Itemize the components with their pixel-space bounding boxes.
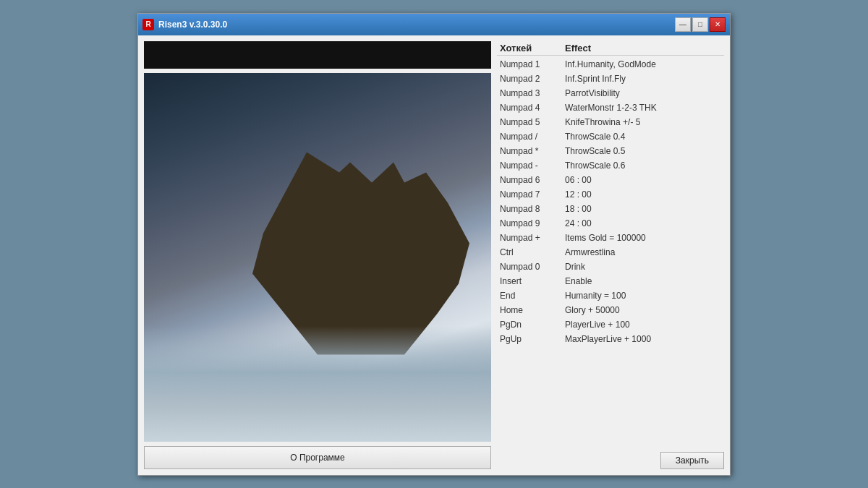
hotkey-key: Numpad 4 (500, 101, 565, 114)
table-header: Хоткей Effect (497, 41, 724, 56)
table-row: Numpad -ThrowScale 0.6 (497, 158, 724, 173)
image-panel: О Программе (144, 41, 491, 469)
window-body: О Программе Хоткей Effect Numpad 1Inf.Hu… (138, 35, 730, 475)
hotkey-effect: Armwrestlina (565, 246, 721, 259)
table-row: EndHumanity = 100 (497, 288, 724, 303)
table-row: Numpad 4WaterMonstr 1-2-3 THK (497, 100, 724, 115)
header-effect: Effect (565, 43, 721, 53)
window-title: Risen3 v.3.0.30.0 (158, 20, 671, 30)
table-row: HomeGlory + 50000 (497, 303, 724, 317)
hotkey-key: Numpad 0 (500, 260, 565, 273)
program-info-button[interactable]: О Программе (144, 446, 491, 469)
hotkey-table: Хоткей Effect Numpad 1Inf.Humanity, GodM… (497, 41, 724, 448)
hotkey-effect: WaterMonstr 1-2-3 THK (565, 101, 721, 114)
hotkey-key: Insert (500, 275, 565, 288)
hotkey-key: Ctrl (500, 246, 565, 259)
table-row: Numpad 3ParrotVisibility (497, 86, 724, 100)
game-screenshot (144, 73, 491, 442)
hotkey-effect: Inf.Sprint Inf.Fly (565, 72, 721, 85)
table-row: PgUpMaxPlayerLive + 1000 (497, 332, 724, 346)
hotkey-key: Numpad 5 (500, 116, 565, 129)
table-row: Numpad 0Drink (497, 260, 724, 274)
hotkey-key: Numpad 9 (500, 217, 565, 230)
table-row: PgDnPlayerLive + 100 (497, 317, 724, 332)
hotkey-effect: ThrowScale 0.5 (565, 145, 721, 158)
table-row: Numpad 712 : 00 (497, 187, 724, 202)
hotkey-key: Numpad * (500, 145, 565, 158)
info-footer: Закрыть (497, 448, 724, 469)
minimize-button[interactable]: — (675, 17, 691, 32)
table-row: Numpad +Items Gold = 100000 (497, 231, 724, 245)
close-window-button[interactable]: ✕ (710, 17, 726, 32)
table-row: Numpad 818 : 00 (497, 202, 724, 216)
hotkey-key: Numpad 2 (500, 72, 565, 85)
table-row: InsertEnable (497, 274, 724, 288)
hotkey-effect: 12 : 00 (565, 188, 721, 201)
table-row: Numpad 5KnifeThrowina +/- 5 (497, 115, 724, 129)
hotkey-effect: Inf.Humanity, GodMode (565, 58, 721, 71)
table-row: Numpad 2Inf.Sprint Inf.Fly (497, 72, 724, 86)
hotkey-key: End (500, 289, 565, 302)
hotkey-key: Home (500, 304, 565, 317)
info-panel: Хоткей Effect Numpad 1Inf.Humanity, GodM… (497, 41, 724, 469)
hotkey-effect: Glory + 50000 (565, 304, 721, 317)
hotkey-effect: 24 : 00 (565, 217, 721, 230)
table-row: Numpad 606 : 00 (497, 173, 724, 187)
close-action-button[interactable]: Закрыть (660, 452, 724, 469)
header-key: Хоткей (500, 43, 565, 53)
hotkey-effect: 06 : 00 (565, 174, 721, 187)
hotkey-key: Numpad 6 (500, 174, 565, 187)
hotkey-effect: Humanity = 100 (565, 289, 721, 302)
hotkey-effect: ThrowScale 0.6 (565, 159, 721, 172)
hotkey-key: PgDn (500, 318, 565, 331)
main-window: R Risen3 v.3.0.30.0 — □ ✕ О Программе Хо… (137, 13, 731, 476)
app-icon: R (142, 19, 154, 30)
hotkey-key: Numpad 1 (500, 58, 565, 71)
table-row: Numpad 1Inf.Humanity, GodMode (497, 57, 724, 72)
hotkey-key: Numpad 8 (500, 202, 565, 215)
hotkey-effect: 18 : 00 (565, 202, 721, 215)
hotkey-effect: MaxPlayerLive + 1000 (565, 333, 721, 346)
hotkey-rows-container: Numpad 1Inf.Humanity, GodModeNumpad 2Inf… (497, 57, 724, 346)
hotkey-key: Numpad / (500, 130, 565, 143)
table-row: Numpad *ThrowScale 0.5 (497, 144, 724, 158)
maximize-button[interactable]: □ (692, 17, 708, 32)
hotkey-effect: PlayerLive + 100 (565, 318, 721, 331)
hotkey-effect: KnifeThrowina +/- 5 (565, 116, 721, 129)
table-row: CtrlArmwrestlina (497, 245, 724, 260)
hotkey-effect: Items Gold = 100000 (565, 231, 721, 244)
hotkey-effect: ParrotVisibility (565, 87, 721, 100)
table-row: Numpad 924 : 00 (497, 216, 724, 231)
hotkey-key: Numpad + (500, 231, 565, 244)
hotkey-key: Numpad 3 (500, 87, 565, 100)
image-footer: О Программе (144, 446, 491, 469)
table-row: Numpad /ThrowScale 0.4 (497, 129, 724, 144)
titlebar-buttons: — □ ✕ (675, 17, 726, 32)
hotkey-effect: Enable (565, 275, 721, 288)
hotkey-key: PgUp (500, 333, 565, 346)
titlebar: R Risen3 v.3.0.30.0 — □ ✕ (138, 14, 730, 35)
hotkey-effect: ThrowScale 0.4 (565, 130, 721, 143)
black-bar (144, 41, 491, 69)
hotkey-effect: Drink (565, 260, 721, 273)
hotkey-key: Numpad 7 (500, 188, 565, 201)
hotkey-key: Numpad - (500, 159, 565, 172)
